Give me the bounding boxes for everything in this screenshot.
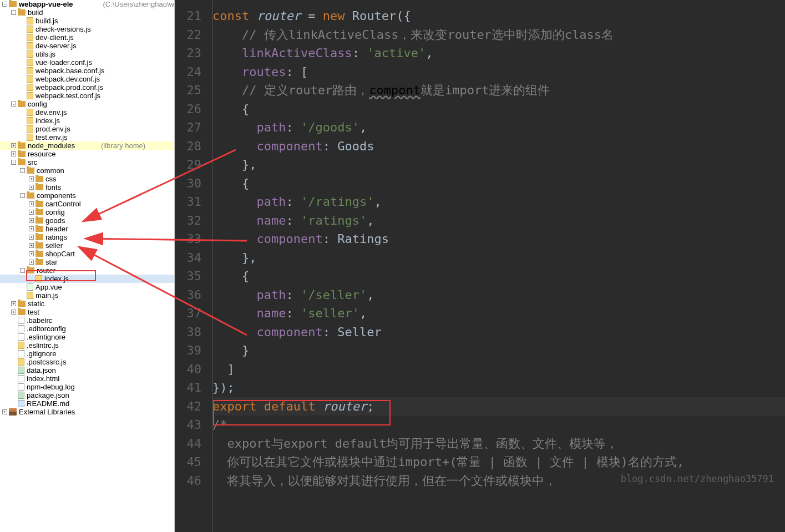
- tree-item-test-env-js[interactable]: test.env.js: [0, 133, 174, 141]
- tree-item-readme-md[interactable]: README.md: [0, 399, 174, 408]
- code-line-45[interactable]: 你可以在其它文件或模块中通过import+(常量 | 函数 | 文件 | 模块)…: [212, 453, 785, 472]
- code-line-29[interactable]: },: [212, 155, 785, 174]
- tree-item-common[interactable]: -common: [0, 166, 174, 175]
- tree-item-config[interactable]: +config: [0, 208, 174, 216]
- tree-item-webpack-prod-conf-js[interactable]: webpack.prod.conf.js: [0, 83, 174, 92]
- tree-item-goods[interactable]: +goods: [0, 216, 174, 225]
- toggle-icon[interactable]: -: [11, 102, 16, 107]
- code-line-34[interactable]: },: [212, 249, 785, 267]
- tree-item-dev-env-js[interactable]: dev.env.js: [0, 108, 174, 116]
- tree-item-utils-js[interactable]: utils.js: [0, 50, 174, 58]
- toggle-icon[interactable]: +: [29, 235, 34, 240]
- toggle-icon[interactable]: +: [29, 210, 34, 215]
- toggle-icon[interactable]: -: [20, 193, 25, 198]
- tree-item-star[interactable]: +star: [0, 258, 174, 266]
- toggle-icon[interactable]: -: [11, 160, 16, 165]
- tree-item-index-js[interactable]: index.js: [0, 116, 174, 125]
- tree-item-css[interactable]: +css: [0, 175, 174, 183]
- toggle-icon[interactable]: +: [29, 185, 34, 190]
- tree-item-index-html[interactable]: index.html: [0, 374, 174, 383]
- tree-item-shopcart[interactable]: +shopCart: [0, 250, 174, 258]
- tree-item-ratings[interactable]: +ratings: [0, 233, 174, 241]
- code-line-24[interactable]: routes: [: [212, 63, 785, 82]
- toggle-icon[interactable]: -: [20, 268, 25, 273]
- tree-item-src[interactable]: -src: [0, 158, 174, 166]
- code-editor[interactable]: 2122232425262728293031323334353637383940…: [175, 0, 785, 532]
- tree-item-vue-loader-conf-js[interactable]: vue-loader.conf.js: [0, 58, 174, 67]
- toggle-icon[interactable]: +: [29, 218, 34, 223]
- code-line-38[interactable]: component: Seller: [212, 323, 785, 342]
- code-line-43[interactable]: /*: [212, 416, 785, 434]
- tree-item-cartcontrol[interactable]: +cartControl: [0, 200, 174, 208]
- code-area[interactable]: const router = new Router({ // 传入linkAct…: [212, 0, 785, 532]
- tree-item-router[interactable]: -router: [0, 266, 174, 275]
- tree-item-app-vue[interactable]: App.vue: [0, 283, 174, 291]
- tree-item-dev-server-js[interactable]: dev-server.js: [0, 42, 174, 50]
- code-line-21[interactable]: const router = new Router({: [212, 7, 785, 26]
- toggle-icon[interactable]: +: [29, 226, 34, 231]
- code-line-22[interactable]: // 传入linkActiveClass，来改变router选中时添加的clas…: [212, 26, 785, 44]
- tree-item--gitignore[interactable]: .gitignore: [0, 349, 174, 358]
- tree-item-header[interactable]: +header: [0, 225, 174, 233]
- tree-item-dev-client-js[interactable]: dev-client.js: [0, 33, 174, 42]
- tree-item-main-js[interactable]: main.js: [0, 291, 174, 300]
- toggle-icon[interactable]: +: [2, 409, 7, 414]
- toggle-icon[interactable]: +: [29, 243, 34, 248]
- tree-item-fonts[interactable]: +fonts: [0, 183, 174, 191]
- tree-item-build[interactable]: -build: [0, 8, 174, 17]
- code-line-23[interactable]: linkActiveClass: 'active',: [212, 44, 785, 63]
- tree-item-build-js[interactable]: build.js: [0, 17, 174, 25]
- toggle-icon[interactable]: +: [11, 151, 16, 156]
- project-tree[interactable]: -webapp-vue-ele (C:\Users\zhenghao\w-bui…: [0, 0, 175, 532]
- tree-item-index-js[interactable]: index.js: [0, 275, 174, 283]
- tree-item-static[interactable]: +static: [0, 300, 174, 308]
- tree-item-data-json[interactable]: data.json: [0, 366, 174, 374]
- tree-item-webapp-vue-ele[interactable]: -webapp-vue-ele (C:\Users\zhenghao\w: [0, 0, 174, 8]
- tree-item-config[interactable]: -config: [0, 100, 174, 108]
- code-line-37[interactable]: name: 'seller',: [212, 304, 785, 323]
- tree-item-external-libraries[interactable]: +External Libraries: [0, 408, 174, 416]
- code-line-36[interactable]: path: '/seller',: [212, 286, 785, 305]
- tree-item-webpack-test-conf-js[interactable]: webpack.test.conf.js: [0, 92, 174, 100]
- code-line-30[interactable]: {: [212, 174, 785, 193]
- tree-item-node-modules[interactable]: +node_modules (library home): [0, 141, 174, 150]
- toggle-icon[interactable]: +: [29, 260, 34, 265]
- code-line-25[interactable]: // 定义router路由，compont就是import进来的组件: [212, 81, 785, 100]
- tree-item--babelrc[interactable]: .babelrc: [0, 316, 174, 325]
- code-line-42[interactable]: export default router;: [212, 397, 785, 416]
- tree-item-webpack-dev-conf-js[interactable]: webpack.dev.conf.js: [0, 75, 174, 83]
- code-line-40[interactable]: ]: [212, 360, 785, 379]
- tree-item-package-json[interactable]: package.json: [0, 391, 174, 399]
- toggle-icon[interactable]: -: [11, 10, 16, 15]
- tree-item-check-versions-js[interactable]: check-versions.js: [0, 25, 174, 33]
- tree-item-resource[interactable]: +resource: [0, 150, 174, 158]
- tree-item-webpack-base-conf-js[interactable]: webpack.base.conf.js: [0, 67, 174, 75]
- code-line-27[interactable]: path: '/goods',: [212, 118, 785, 137]
- toggle-icon[interactable]: +: [29, 201, 34, 206]
- toggle-icon[interactable]: +: [29, 251, 34, 256]
- toggle-icon[interactable]: +: [11, 301, 16, 306]
- code-line-26[interactable]: {: [212, 100, 785, 119]
- code-line-35[interactable]: {: [212, 267, 785, 286]
- code-line-41[interactable]: });: [212, 378, 785, 397]
- code-line-28[interactable]: component: Goods: [212, 137, 785, 156]
- code-line-44[interactable]: export与export default均可用于导出常量、函数、文件、模块等，: [212, 434, 785, 453]
- toggle-icon[interactable]: +: [11, 310, 16, 315]
- code-line-33[interactable]: component: Ratings: [212, 230, 785, 249]
- tree-item-prod-env-js[interactable]: prod.env.js: [0, 125, 174, 133]
- tree-item--editorconfig[interactable]: .editorconfig: [0, 325, 174, 333]
- tree-item-test[interactable]: +test: [0, 308, 174, 316]
- toggle-icon[interactable]: -: [2, 2, 7, 7]
- tree-item-npm-debug-log[interactable]: npm-debug.log: [0, 383, 174, 391]
- toggle-icon[interactable]: +: [29, 176, 34, 181]
- toggle-icon[interactable]: +: [11, 143, 16, 148]
- toggle-icon[interactable]: -: [20, 168, 25, 173]
- code-line-32[interactable]: name: 'ratings',: [212, 211, 785, 230]
- code-line-31[interactable]: path: '/ratings',: [212, 192, 785, 211]
- tree-item--postcssrc-js[interactable]: .postcssrc.js: [0, 358, 174, 366]
- code-line-39[interactable]: }: [212, 341, 785, 360]
- tree-item--eslintignore[interactable]: .eslintignore: [0, 333, 174, 341]
- tree-item-components[interactable]: -components: [0, 191, 174, 200]
- tree-item--eslintrc-js[interactable]: .eslintrc.js: [0, 341, 174, 349]
- tree-item-seller[interactable]: +seller: [0, 241, 174, 250]
